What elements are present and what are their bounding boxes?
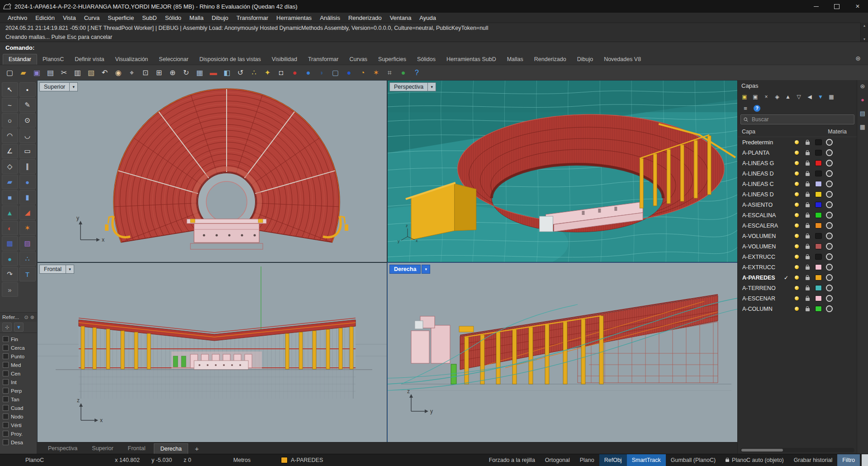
viewport-superior[interactable]: Superior <box>37 80 387 262</box>
layer-color-swatch[interactable] <box>815 285 822 291</box>
points-on-icon[interactable]: ∴ <box>248 67 260 79</box>
layer-color-swatch[interactable] <box>815 223 822 228</box>
render-window-icon[interactable]: ▢ <box>329 67 342 79</box>
ribbon-gear-icon[interactable] <box>855 55 861 63</box>
osnap-item[interactable]: Nodo <box>1 413 36 420</box>
point-icon[interactable]: • <box>19 82 36 97</box>
open-file-icon[interactable]: ▰ <box>17 67 29 79</box>
ribbon-tab[interactable]: Superficies <box>373 54 412 65</box>
layer-material-icon[interactable] <box>826 170 833 177</box>
more-tools-icon[interactable]: » <box>2 282 18 297</box>
offset-icon[interactable]: ∥ <box>19 159 36 174</box>
menu-item[interactable]: Superficie <box>104 14 138 21</box>
layer-visibility-bulb-icon[interactable] <box>795 182 799 186</box>
layer-visibility-bulb-icon[interactable] <box>795 286 799 290</box>
layer-material-icon[interactable] <box>826 233 833 239</box>
maximize-button[interactable] <box>826 0 847 13</box>
layer-row[interactable]: A-VOLUMEN ✓ <box>738 241 857 252</box>
control-curve-icon[interactable]: ~ <box>2 98 18 112</box>
properties-panel-icon[interactable]: ▤ <box>859 109 867 117</box>
collapse-layers-icon[interactable]: ◀ <box>805 92 815 102</box>
gear-icon[interactable]: ⊛ <box>859 82 867 90</box>
key-icon[interactable]: ✦ <box>261 67 274 79</box>
layer-help-icon[interactable]: ? <box>754 105 760 112</box>
zoom-extents-icon[interactable]: ⊞ <box>153 67 165 79</box>
layer-lock-icon[interactable] <box>806 194 810 197</box>
menu-item[interactable]: Archivo <box>4 14 31 21</box>
menu-item[interactable]: Vista <box>59 14 80 21</box>
ribbon-tab[interactable]: Herramientas SubD <box>441 54 502 65</box>
delete-layer-icon[interactable]: × <box>761 92 771 102</box>
layer-row[interactable]: A-VOLUMEN ✓ <box>738 231 857 241</box>
layer-lock-icon[interactable] <box>806 266 810 270</box>
layer-color-swatch[interactable] <box>815 233 822 239</box>
layer-material-icon[interactable] <box>826 305 833 312</box>
layer-row[interactable]: A-LINEAS G ✓ <box>738 158 857 168</box>
viewport-menu-icon[interactable] <box>428 82 436 91</box>
cut-icon[interactable]: ✂ <box>58 67 70 79</box>
circle-icon[interactable]: ○ <box>2 113 18 128</box>
ribbon-tab[interactable]: Disposición de las vistas <box>194 54 266 65</box>
display-mode-icon[interactable]: ▬ <box>207 67 219 79</box>
pan-icon[interactable]: ◉ <box>112 67 124 79</box>
cplane-selector[interactable]: PlanoC <box>20 454 85 466</box>
new-sublayer-icon[interactable]: ▣ <box>750 92 760 102</box>
layer-visibility-bulb-icon[interactable] <box>795 265 799 269</box>
ribbon-tab[interactable]: Curvas <box>344 54 373 65</box>
layer-visibility-bulb-icon[interactable] <box>795 161 799 165</box>
osnap-item[interactable]: Tan <box>1 395 36 403</box>
layer-row[interactable]: A-EXTRUCC ✓ <box>738 252 857 262</box>
cplane-auto-toggle[interactable]: PlanoC auto (objeto) <box>721 454 789 466</box>
layer-lock-icon[interactable] <box>806 308 810 311</box>
checkbox[interactable] <box>3 439 9 445</box>
osnap-item[interactable]: Cuad <box>1 404 36 412</box>
layer-row[interactable]: A-LINEAS C ✓ <box>738 179 857 189</box>
layer-lock-icon[interactable] <box>806 214 810 218</box>
shade-half-icon[interactable]: ◗ <box>316 67 328 79</box>
menu-item[interactable]: Dibujo <box>208 14 232 21</box>
viewport-tab[interactable]: Frontal <box>122 443 152 454</box>
teal-sphere-icon[interactable]: ● <box>2 252 18 266</box>
rotate-cplane-icon[interactable]: ↺ <box>234 67 247 79</box>
layer-color-swatch[interactable] <box>815 264 822 270</box>
layer-row[interactable]: A-ASIENTO ✓ <box>738 200 857 210</box>
layer-visibility-bulb-icon[interactable] <box>795 140 799 144</box>
ribbon-tab[interactable]: Estándar <box>3 54 37 65</box>
osnap-item[interactable]: Proy. <box>1 430 36 437</box>
gradient-icon[interactable]: ▩ <box>2 236 18 251</box>
osnap-gear-icon[interactable] <box>30 314 34 320</box>
layer-color-swatch[interactable] <box>815 160 822 166</box>
layers-search[interactable] <box>740 114 854 124</box>
layer-color-swatch[interactable] <box>815 275 822 281</box>
close-button[interactable] <box>847 0 868 13</box>
sphere-icon[interactable]: ● <box>19 175 36 189</box>
osnap-toggle[interactable]: RefObj <box>599 454 627 466</box>
checkbox[interactable] <box>3 422 9 428</box>
viewport-superior-label[interactable]: Superior <box>39 82 78 91</box>
layer-lock-icon[interactable] <box>806 204 810 207</box>
viewport-tab[interactable]: Superior <box>86 443 119 454</box>
move-down-layer-icon[interactable]: ▽ <box>794 92 804 102</box>
zoom-dynamic-icon[interactable]: ⌖ <box>126 67 138 79</box>
checkbox[interactable] <box>3 353 9 359</box>
polygon-icon[interactable]: ◇ <box>2 159 18 174</box>
layer-lock-icon[interactable] <box>806 298 810 301</box>
osnap-item[interactable]: Int <box>1 378 36 386</box>
ribbon-tab[interactable]: Novedades V8 <box>598 54 646 65</box>
layer-material-icon[interactable] <box>826 222 833 229</box>
units-selector[interactable]: Metros <box>228 454 256 466</box>
layer-visibility-bulb-icon[interactable] <box>795 244 799 248</box>
zoom-selected-icon[interactable]: ⊕ <box>166 67 179 79</box>
layer-lock-icon[interactable] <box>806 225 810 228</box>
pin-icon[interactable] <box>24 314 28 320</box>
ortho-toggle[interactable]: Ortogonal <box>540 454 575 466</box>
osnap-project-icon[interactable]: ⊹ <box>2 323 12 332</box>
print-icon[interactable]: ▤ <box>44 67 57 79</box>
osnap-item[interactable]: Desa <box>1 438 36 446</box>
viewport-menu-icon[interactable] <box>70 82 78 91</box>
layer-row[interactable]: A-LINEAS D ✓ <box>738 189 857 200</box>
layer-visibility-bulb-icon[interactable] <box>795 296 799 300</box>
layer-row[interactable]: A-ESCALERA ✓ <box>738 220 857 231</box>
menu-item[interactable]: SubD <box>138 14 161 21</box>
layer-visibility-bulb-icon[interactable] <box>795 203 799 207</box>
